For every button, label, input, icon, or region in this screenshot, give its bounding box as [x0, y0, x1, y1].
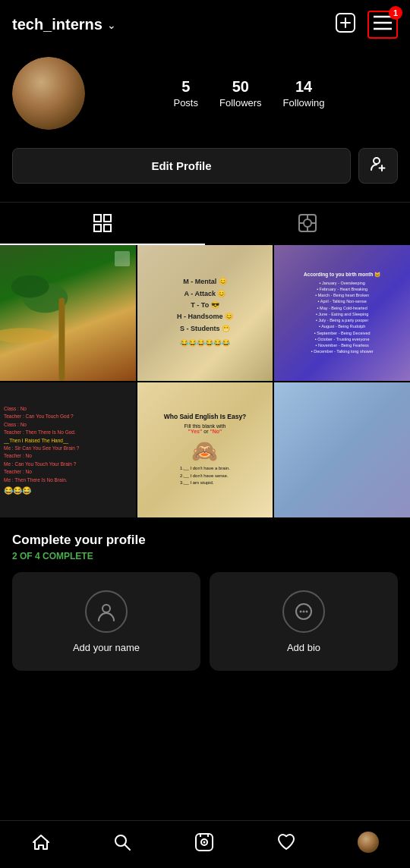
nav-home[interactable]	[25, 829, 57, 855]
grid-post-4[interactable]: Class : NoTeacher : Can You Touch God ?C…	[0, 382, 136, 518]
svg-rect-12	[104, 225, 111, 231]
add-post-button[interactable]	[334, 11, 357, 39]
edit-profile-button[interactable]: Edit Profile	[12, 148, 351, 184]
chat-icon	[282, 590, 325, 633]
svg-point-28	[306, 610, 308, 612]
nav-reels[interactable]	[188, 829, 220, 855]
grid-post-2[interactable]: M - Mental 😊 A - Attack 😊 T - To 😎 H - H…	[137, 245, 273, 381]
post-text: Who Said English Is Easy? Fill this blan…	[137, 382, 273, 518]
post-text: M - Mental 😊 A - Attack 😊 T - To 😎 H - H…	[137, 245, 273, 381]
grid-post-1[interactable]	[0, 245, 136, 381]
complete-profile-section: Complete your profile 2 OF 4 COMPLETE Ad…	[0, 517, 410, 683]
profile-actions: Edit Profile	[0, 142, 410, 196]
grid-post-6[interactable]	[274, 382, 410, 518]
nav-likes[interactable]	[270, 829, 302, 855]
add-bio-label: Add bio	[287, 642, 320, 653]
svg-rect-10	[104, 215, 111, 222]
top-navigation: tech_interns ⌄ 1	[0, 0, 410, 49]
tab-tagged[interactable]	[205, 203, 410, 245]
svg-point-23	[0, 328, 52, 343]
svg-point-6	[374, 158, 380, 164]
username: tech_interns	[12, 16, 102, 33]
followers-count: 50	[232, 78, 249, 96]
following-count: 14	[295, 78, 312, 96]
stats-row: 5 Posts 50 Followers 14 Following	[100, 78, 398, 108]
nav-icons: 1	[334, 11, 398, 39]
avatar-image	[12, 57, 85, 130]
svg-rect-19	[0, 245, 136, 381]
add-name-label: Add your name	[73, 642, 140, 653]
grid-post-3[interactable]: According to you birth month 🐱 • January…	[274, 245, 410, 381]
posts-count: 5	[181, 78, 190, 96]
svg-point-26	[300, 610, 302, 612]
svg-rect-11	[94, 225, 101, 231]
bottom-navigation	[0, 820, 410, 868]
followers-stat[interactable]: 50 Followers	[219, 78, 262, 108]
following-label: Following	[283, 97, 325, 108]
badge: 1	[389, 6, 402, 20]
tab-grid[interactable]	[0, 203, 205, 245]
nav-profile[interactable]	[352, 829, 385, 856]
following-stat[interactable]: 14 Following	[283, 78, 325, 108]
svg-line-30	[125, 844, 130, 850]
post-text: According to you birth month 🐱 • January…	[274, 245, 410, 381]
complete-profile-subtitle: 2 OF 4 COMPLETE	[12, 551, 398, 561]
nav-search[interactable]	[106, 829, 138, 855]
profile-section: 5 Posts 50 Followers 14 Following	[0, 49, 410, 142]
svg-point-24	[102, 605, 110, 612]
followers-label: Followers	[219, 97, 262, 108]
posts-grid: M - Mental 😊 A - Attack 😊 T - To 😎 H - H…	[0, 245, 410, 517]
menu-button[interactable]: 1	[367, 11, 398, 39]
profile-avatar-icon	[358, 832, 379, 853]
grid-post-5[interactable]: Who Said English Is Easy? Fill this blan…	[137, 382, 273, 518]
svg-point-21	[11, 275, 49, 298]
person-icon	[85, 590, 128, 633]
posts-stat[interactable]: 5 Posts	[173, 78, 198, 108]
complete-card-name[interactable]: Add your name	[12, 572, 200, 671]
tabs-row	[0, 202, 410, 245]
svg-point-14	[304, 219, 311, 227]
posts-label: Posts	[173, 97, 198, 108]
complete-profile-cards: Add your name Add bio	[12, 572, 398, 671]
svg-point-27	[303, 610, 305, 612]
complete-card-bio[interactable]: Add bio	[210, 572, 398, 671]
svg-rect-22	[58, 297, 65, 380]
avatar[interactable]	[12, 57, 85, 130]
svg-point-35	[203, 841, 205, 844]
complete-profile-title: Complete your profile	[12, 533, 398, 548]
add-person-button[interactable]	[358, 148, 398, 184]
svg-rect-9	[94, 215, 101, 222]
username-area[interactable]: tech_interns ⌄	[12, 16, 116, 33]
post-text	[274, 382, 410, 518]
chevron-down-icon: ⌄	[107, 19, 116, 31]
